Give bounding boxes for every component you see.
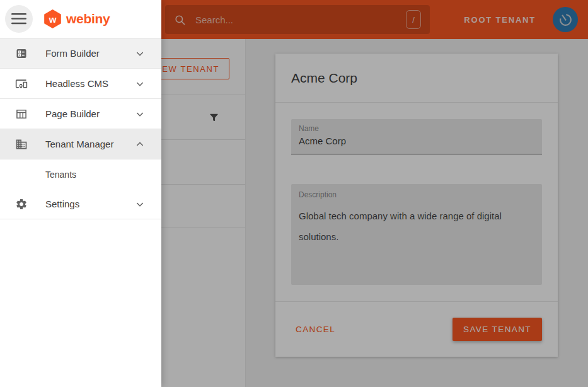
chevron-down-icon [135, 109, 145, 119]
hamburger-menu-button[interactable] [5, 5, 33, 33]
sidebar-item-label: Form Builder [45, 48, 100, 59]
tenant-manager-icon [15, 138, 28, 151]
sidebar-item-label: Tenant Manager [45, 139, 113, 149]
chevron-down-icon [135, 79, 145, 89]
webiny-logo[interactable]: w webiny [43, 9, 110, 28]
sidebar-item-label: Headless CMS [45, 78, 108, 89]
sidebar-item-tenant-manager[interactable]: Tenant Manager [0, 129, 161, 159]
sidebar-item-tenants[interactable]: Tenants [0, 159, 161, 189]
webiny-admin-app: / ROOT TENANT NEW TENANT [0, 0, 588, 387]
page-builder-icon [15, 108, 28, 120]
sidebar-item-form-builder[interactable]: Form Builder [0, 38, 161, 69]
sidebar-item-page-builder[interactable]: Page Builder [0, 99, 161, 129]
form-builder-icon [15, 47, 28, 60]
sidebar-item-headless-cms[interactable]: Headless CMS [0, 69, 161, 99]
chevron-up-icon [135, 139, 145, 149]
sidebar-item-label: Settings [45, 199, 79, 209]
chevron-down-icon [135, 199, 145, 209]
chevron-down-icon [135, 49, 145, 59]
gear-icon [15, 198, 28, 211]
drawer-header: w webiny [0, 0, 161, 38]
hamburger-icon [11, 13, 26, 25]
sidebar-item-label: Tenants [45, 170, 76, 180]
webiny-logo-hexagon-icon: w [43, 9, 62, 28]
webiny-logo-wordmark: webiny [66, 11, 110, 26]
sidebar-item-label: Page Builder [45, 108, 100, 119]
navigation-drawer: w webiny Form Builder [0, 0, 161, 387]
headless-cms-icon [15, 78, 28, 90]
sidebar-item-settings[interactable]: Settings [0, 189, 161, 219]
